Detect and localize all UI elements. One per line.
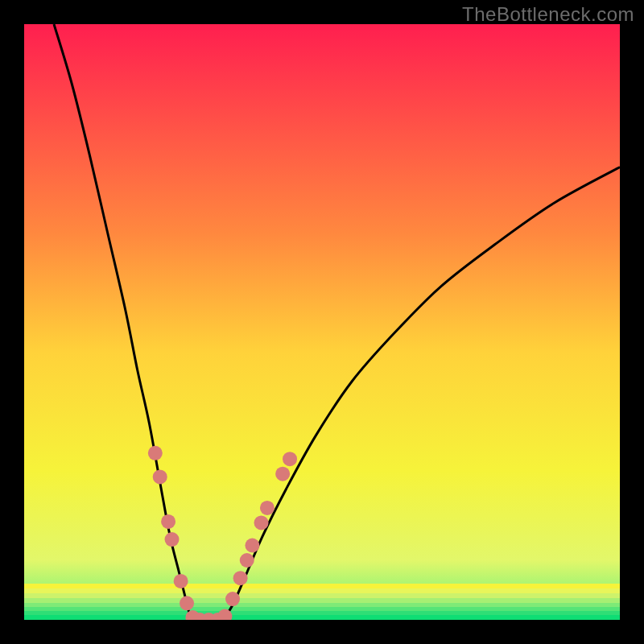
curve-marker-dot — [240, 553, 254, 568]
curve-marker-dot — [180, 596, 194, 610]
svg-rect-2 — [24, 593, 620, 598]
watermark-text: TheBottleneck.com — [462, 3, 634, 26]
curve-marker-dot — [245, 539, 259, 553]
gradient-background — [24, 24, 620, 620]
curve-marker-dot — [174, 574, 188, 588]
curve-marker-dot — [260, 501, 275, 515]
curve-marker-dot — [283, 452, 297, 466]
curve-marker-dot — [153, 469, 167, 484]
curve-marker-dot — [225, 592, 240, 606]
curve-marker-dot — [161, 514, 175, 529]
svg-rect-6 — [24, 611, 620, 615]
bottom-stripe-bands — [24, 584, 620, 620]
svg-rect-4 — [24, 603, 620, 607]
svg-rect-5 — [24, 607, 620, 611]
curve-marker-dot — [165, 532, 180, 547]
curve-marker-dot — [254, 515, 269, 530]
curve-marker-dot — [275, 467, 290, 481]
svg-rect-3 — [24, 598, 620, 603]
svg-rect-7 — [24, 615, 620, 620]
svg-rect-0 — [24, 584, 620, 588]
chart-svg — [24, 24, 620, 620]
curve-marker-dot — [233, 571, 248, 585]
svg-rect-1 — [24, 588, 620, 593]
chart-canvas: TheBottleneck.com — [0, 0, 644, 644]
curve-marker-dot — [148, 446, 163, 460]
plot-area — [24, 24, 620, 620]
